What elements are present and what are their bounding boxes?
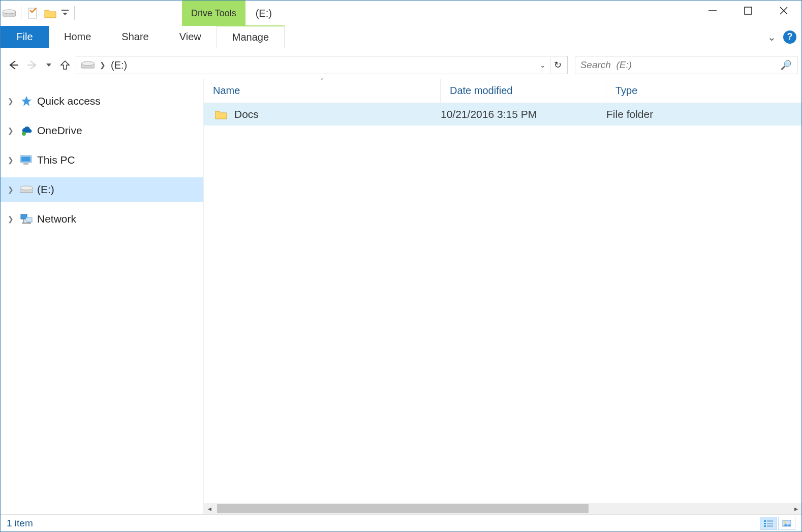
- ribbon-tab-manage-label: Manage: [232, 32, 269, 43]
- ribbon-context-text: Drive Tools: [191, 8, 236, 19]
- folder-icon: [215, 109, 227, 119]
- column-headers: ˄ Name Date modified Type: [204, 79, 801, 103]
- scroll-track[interactable]: [217, 504, 788, 513]
- svg-rect-24: [767, 520, 773, 522]
- svg-rect-23: [764, 520, 766, 522]
- horizontal-scrollbar[interactable]: ◂ ▸: [204, 503, 801, 514]
- details-view-button[interactable]: [760, 517, 777, 530]
- ribbon-tab-manage[interactable]: Manage: [217, 25, 285, 48]
- ribbon-tab-file-label: File: [16, 31, 33, 43]
- svg-point-17: [20, 186, 33, 190]
- svg-rect-28: [767, 525, 773, 527]
- search-box[interactable]: 🔍: [575, 56, 797, 74]
- ribbon-tab-share-label: Share: [121, 31, 148, 43]
- ribbon-tab-home-label: Home: [64, 31, 91, 43]
- expand-chevron-icon[interactable]: ❯: [8, 156, 16, 164]
- cloud-icon: [20, 124, 33, 137]
- status-text: 1 item: [7, 518, 33, 529]
- main-split: ❯ Quick access ❯ OneDrive ❯ This PC ❯: [1, 79, 801, 514]
- network-icon: [20, 212, 33, 226]
- file-row[interactable]: Docs 10/21/2016 3:15 PM File folder: [204, 103, 801, 126]
- svg-rect-5: [745, 7, 752, 14]
- expand-chevron-icon[interactable]: ❯: [8, 127, 16, 135]
- forward-button[interactable]: [24, 56, 41, 74]
- window-controls: [695, 1, 801, 21]
- expand-chevron-icon[interactable]: ❯: [8, 215, 16, 223]
- close-button[interactable]: [766, 1, 801, 21]
- qat-customize-dropdown[interactable]: [59, 3, 71, 23]
- search-icon[interactable]: 🔍: [781, 59, 792, 71]
- maximize-button[interactable]: [730, 1, 766, 21]
- svg-rect-3: [61, 10, 69, 11]
- svg-rect-25: [764, 523, 766, 524]
- navigation-pane: ❯ Quick access ❯ OneDrive ❯ This PC ❯: [1, 79, 204, 514]
- status-bar: 1 item: [1, 514, 801, 531]
- recent-locations-dropdown[interactable]: [43, 56, 54, 74]
- svg-rect-19: [26, 217, 32, 222]
- tree-item-this-pc[interactable]: ❯ This PC: [1, 148, 203, 172]
- ribbon-tab-home[interactable]: Home: [49, 26, 106, 48]
- tree-item-label: This PC: [37, 154, 75, 166]
- view-switch: [760, 517, 795, 530]
- search-input[interactable]: [580, 59, 781, 71]
- scroll-left-arrow[interactable]: ◂: [204, 505, 215, 513]
- svg-rect-26: [767, 523, 773, 524]
- address-segment-current[interactable]: (E:): [108, 59, 130, 71]
- tree-item-label: Quick access: [37, 95, 101, 107]
- file-name: Docs: [234, 108, 259, 120]
- svg-point-12: [22, 132, 26, 136]
- svg-rect-15: [23, 163, 28, 165]
- help-button[interactable]: ?: [783, 30, 796, 44]
- tree-item-quick-access[interactable]: ❯ Quick access: [1, 89, 203, 113]
- tree-item-drive-e[interactable]: ❯ (E:): [1, 177, 203, 202]
- qat-drive-icon[interactable]: [1, 3, 18, 23]
- svg-point-30: [784, 521, 786, 523]
- minimize-button[interactable]: [695, 1, 730, 21]
- column-header-type-label: Type: [615, 85, 637, 97]
- ribbon-context-label[interactable]: Drive Tools: [182, 1, 245, 26]
- address-root-icon[interactable]: [78, 60, 98, 70]
- expand-chevron-icon[interactable]: ❯: [8, 185, 16, 194]
- column-header-date-label: Date modified: [450, 85, 512, 97]
- svg-point-11: [81, 61, 95, 66]
- file-list: Docs 10/21/2016 3:15 PM File folder: [204, 103, 801, 503]
- tree-item-label: Network: [37, 213, 76, 225]
- svg-rect-14: [21, 157, 30, 162]
- separator: [74, 6, 75, 20]
- column-header-name-label: Name: [213, 85, 240, 97]
- up-button[interactable]: [56, 56, 74, 74]
- pc-icon: [20, 153, 33, 167]
- column-header-name[interactable]: ˄ Name: [204, 79, 441, 103]
- drive-icon: [20, 183, 33, 196]
- ribbon-right-controls: ⌄ ?: [767, 26, 796, 48]
- tree-item-onedrive[interactable]: ❯ OneDrive: [1, 118, 203, 143]
- qat-properties-button[interactable]: [24, 3, 42, 23]
- content-pane: ˄ Name Date modified Type Docs 10/21/201…: [204, 79, 801, 514]
- expand-chevron-icon[interactable]: ❯: [8, 97, 16, 105]
- address-bar[interactable]: ❯ (E:) ⌄ ↻: [76, 56, 568, 74]
- ribbon-expand-button[interactable]: ⌄: [767, 31, 776, 43]
- address-chevron-icon[interactable]: ❯: [98, 61, 108, 69]
- qat-new-folder-button[interactable]: [42, 3, 59, 23]
- ribbon-tab-share[interactable]: Share: [106, 26, 164, 48]
- tree-item-network[interactable]: ❯ Network: [1, 207, 203, 231]
- sort-ascending-icon: ˄: [321, 78, 324, 85]
- scroll-thumb[interactable]: [217, 504, 589, 513]
- separator: [21, 6, 21, 20]
- window-title: (E:): [256, 8, 272, 19]
- address-history-dropdown[interactable]: ⌄: [537, 57, 549, 73]
- back-button[interactable]: [5, 56, 22, 74]
- ribbon-tab-view[interactable]: View: [164, 26, 217, 48]
- tree-item-label: (E:): [37, 183, 54, 196]
- large-icons-view-button[interactable]: [778, 517, 795, 530]
- ribbon-tabs: File Home Share View Manage ⌄ ?: [1, 26, 801, 48]
- ribbon-tab-file[interactable]: File: [1, 26, 49, 48]
- tree-item-label: OneDrive: [37, 124, 82, 137]
- ribbon-tab-view-label: View: [179, 31, 201, 43]
- navigation-row: ❯ (E:) ⌄ ↻ 🔍: [1, 51, 801, 79]
- refresh-button[interactable]: ↻: [550, 57, 565, 73]
- column-header-date[interactable]: Date modified: [441, 79, 606, 103]
- scroll-right-arrow[interactable]: ▸: [790, 505, 801, 513]
- column-header-type[interactable]: Type: [606, 79, 801, 103]
- address-segment-label: (E:): [111, 59, 127, 71]
